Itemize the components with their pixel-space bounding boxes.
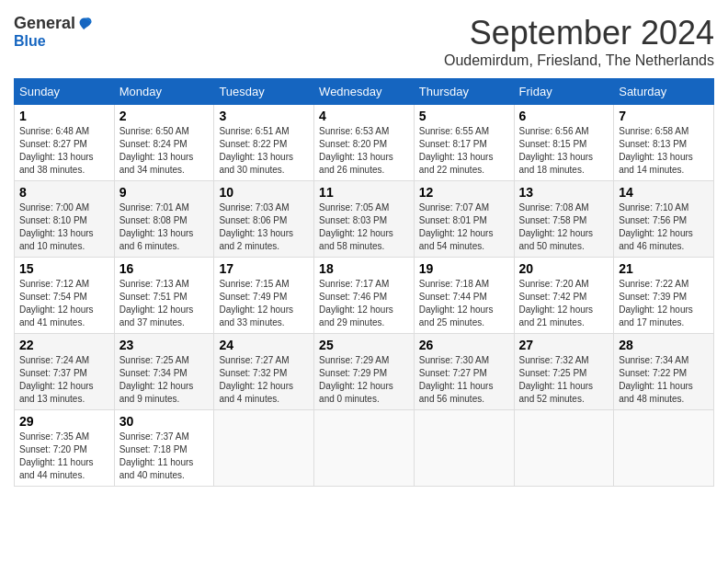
day-number: 21 [619, 261, 709, 276]
day-detail: Sunrise: 7:29 AMSunset: 7:29 PMDaylight:… [319, 355, 393, 404]
calendar-cell: 23 Sunrise: 7:25 AMSunset: 7:34 PMDaylig… [114, 334, 214, 410]
calendar-cell [614, 410, 714, 487]
day-number: 11 [319, 185, 409, 200]
calendar-cell: 8 Sunrise: 7:00 AMSunset: 8:10 PMDayligh… [15, 181, 115, 258]
location-subtitle: Oudemirdum, Friesland, The Netherlands [444, 52, 714, 69]
calendar-cell: 3 Sunrise: 6:51 AMSunset: 8:22 PMDayligh… [214, 105, 314, 181]
calendar-cell: 10 Sunrise: 7:03 AMSunset: 8:06 PMDaylig… [214, 181, 314, 258]
day-detail: Sunrise: 7:08 AMSunset: 7:58 PMDaylight:… [519, 202, 594, 251]
calendar-cell: 28 Sunrise: 7:34 AMSunset: 7:22 PMDaylig… [614, 334, 714, 410]
day-detail: Sunrise: 7:27 AMSunset: 7:32 PMDaylight:… [219, 355, 293, 404]
day-number: 4 [319, 109, 409, 123]
calendar-cell: 24 Sunrise: 7:27 AMSunset: 7:32 PMDaylig… [214, 334, 314, 410]
day-detail: Sunrise: 7:30 AMSunset: 7:27 PMDaylight:… [419, 355, 494, 404]
day-number: 3 [219, 109, 309, 123]
day-detail: Sunrise: 7:34 AMSunset: 7:22 PMDaylight:… [619, 355, 693, 404]
calendar-cell: 29 Sunrise: 7:35 AMSunset: 7:20 PMDaylig… [15, 410, 115, 487]
day-number: 5 [419, 109, 509, 123]
calendar-cell: 16 Sunrise: 7:13 AMSunset: 7:51 PMDaylig… [114, 258, 214, 334]
day-number: 6 [519, 109, 609, 123]
day-detail: Sunrise: 7:01 AMSunset: 8:08 PMDaylight:… [119, 202, 194, 251]
col-header-thursday: Thursday [414, 79, 514, 105]
day-detail: Sunrise: 6:48 AMSunset: 8:27 PMDaylight:… [19, 126, 94, 175]
calendar-table: SundayMondayTuesdayWednesdayThursdayFrid… [14, 78, 714, 487]
calendar-cell: 14 Sunrise: 7:10 AMSunset: 7:56 PMDaylig… [614, 181, 714, 258]
calendar-week-row: 8 Sunrise: 7:00 AMSunset: 8:10 PMDayligh… [15, 181, 714, 258]
calendar-cell: 18 Sunrise: 7:17 AMSunset: 7:46 PMDaylig… [314, 258, 415, 334]
calendar-cell: 25 Sunrise: 7:29 AMSunset: 7:29 PMDaylig… [314, 334, 415, 410]
calendar-cell: 22 Sunrise: 7:24 AMSunset: 7:37 PMDaylig… [15, 334, 115, 410]
day-number: 14 [619, 185, 709, 200]
col-header-saturday: Saturday [614, 79, 714, 105]
day-number: 1 [19, 109, 109, 123]
calendar-cell: 9 Sunrise: 7:01 AMSunset: 8:08 PMDayligh… [114, 181, 214, 258]
day-number: 18 [319, 261, 409, 276]
day-number: 13 [519, 185, 609, 200]
col-header-sunday: Sunday [15, 79, 115, 105]
calendar-cell: 5 Sunrise: 6:55 AMSunset: 8:17 PMDayligh… [414, 105, 514, 181]
col-header-wednesday: Wednesday [314, 79, 415, 105]
day-number: 23 [119, 338, 210, 352]
calendar-cell [414, 410, 514, 487]
day-number: 15 [19, 261, 109, 276]
day-detail: Sunrise: 6:51 AMSunset: 8:22 PMDaylight:… [219, 126, 293, 175]
calendar-cell: 2 Sunrise: 6:50 AMSunset: 8:24 PMDayligh… [114, 105, 214, 181]
calendar-cell: 4 Sunrise: 6:53 AMSunset: 8:20 PMDayligh… [314, 105, 415, 181]
day-number: 28 [619, 338, 709, 352]
day-detail: Sunrise: 7:13 AMSunset: 7:51 PMDaylight:… [119, 279, 194, 327]
day-detail: Sunrise: 7:37 AMSunset: 7:18 PMDaylight:… [119, 431, 194, 480]
calendar-cell: 20 Sunrise: 7:20 AMSunset: 7:42 PMDaylig… [514, 258, 614, 334]
day-number: 10 [219, 185, 309, 200]
day-detail: Sunrise: 7:15 AMSunset: 7:49 PMDaylight:… [219, 279, 293, 327]
day-detail: Sunrise: 7:25 AMSunset: 7:34 PMDaylight:… [119, 355, 194, 404]
calendar-cell: 13 Sunrise: 7:08 AMSunset: 7:58 PMDaylig… [514, 181, 614, 258]
day-detail: Sunrise: 7:24 AMSunset: 7:37 PMDaylight:… [19, 355, 94, 404]
day-detail: Sunrise: 6:55 AMSunset: 8:17 PMDaylight:… [419, 126, 494, 175]
calendar-cell: 15 Sunrise: 7:12 AMSunset: 7:54 PMDaylig… [15, 258, 115, 334]
calendar-cell: 12 Sunrise: 7:07 AMSunset: 8:01 PMDaylig… [414, 181, 514, 258]
day-number: 9 [119, 185, 210, 200]
day-number: 29 [19, 414, 109, 429]
title-area: September 2024 Oudemirdum, Friesland, Th… [444, 14, 714, 69]
calendar-cell: 30 Sunrise: 7:37 AMSunset: 7:18 PMDaylig… [114, 410, 214, 487]
day-number: 30 [119, 414, 210, 429]
day-detail: Sunrise: 7:03 AMSunset: 8:06 PMDaylight:… [219, 202, 293, 251]
calendar-week-row: 29 Sunrise: 7:35 AMSunset: 7:20 PMDaylig… [15, 410, 714, 487]
calendar-cell [314, 410, 415, 487]
col-header-tuesday: Tuesday [214, 79, 314, 105]
day-detail: Sunrise: 6:50 AMSunset: 8:24 PMDaylight:… [119, 126, 194, 175]
logo-blue: Blue [14, 33, 46, 49]
day-number: 25 [319, 338, 409, 352]
calendar-cell: 6 Sunrise: 6:56 AMSunset: 8:15 PMDayligh… [514, 105, 614, 181]
page-header: General Blue September 2024 Oudemirdum, … [14, 14, 714, 69]
day-detail: Sunrise: 7:12 AMSunset: 7:54 PMDaylight:… [19, 279, 94, 327]
day-number: 20 [519, 261, 609, 276]
day-detail: Sunrise: 6:58 AMSunset: 8:13 PMDaylight:… [619, 126, 693, 175]
day-number: 7 [619, 109, 709, 123]
calendar-body: 1 Sunrise: 6:48 AMSunset: 8:27 PMDayligh… [15, 105, 714, 487]
calendar-cell [214, 410, 314, 487]
day-number: 19 [419, 261, 509, 276]
calendar-week-row: 15 Sunrise: 7:12 AMSunset: 7:54 PMDaylig… [15, 258, 714, 334]
day-number: 17 [219, 261, 309, 276]
day-detail: Sunrise: 7:10 AMSunset: 7:56 PMDaylight:… [619, 202, 693, 251]
calendar-cell: 21 Sunrise: 7:22 AMSunset: 7:39 PMDaylig… [614, 258, 714, 334]
calendar-cell: 27 Sunrise: 7:32 AMSunset: 7:25 PMDaylig… [514, 334, 614, 410]
day-number: 22 [19, 338, 109, 352]
day-detail: Sunrise: 7:18 AMSunset: 7:44 PMDaylight:… [419, 279, 494, 327]
day-detail: Sunrise: 6:56 AMSunset: 8:15 PMDaylight:… [519, 126, 594, 175]
calendar-header-row: SundayMondayTuesdayWednesdayThursdayFrid… [15, 79, 714, 105]
day-detail: Sunrise: 7:22 AMSunset: 7:39 PMDaylight:… [619, 279, 693, 327]
day-number: 16 [119, 261, 210, 276]
calendar-cell: 26 Sunrise: 7:30 AMSunset: 7:27 PMDaylig… [414, 334, 514, 410]
calendar-cell: 11 Sunrise: 7:05 AMSunset: 8:03 PMDaylig… [314, 181, 415, 258]
calendar-cell: 17 Sunrise: 7:15 AMSunset: 7:49 PMDaylig… [214, 258, 314, 334]
day-detail: Sunrise: 7:17 AMSunset: 7:46 PMDaylight:… [319, 279, 393, 327]
calendar-cell: 7 Sunrise: 6:58 AMSunset: 8:13 PMDayligh… [614, 105, 714, 181]
day-detail: Sunrise: 7:00 AMSunset: 8:10 PMDaylight:… [19, 202, 94, 251]
day-number: 24 [219, 338, 309, 352]
logo: General Blue [14, 14, 94, 50]
day-detail: Sunrise: 6:53 AMSunset: 8:20 PMDaylight:… [319, 126, 393, 175]
calendar-week-row: 1 Sunrise: 6:48 AMSunset: 8:27 PMDayligh… [15, 105, 714, 181]
day-detail: Sunrise: 7:05 AMSunset: 8:03 PMDaylight:… [319, 202, 393, 251]
